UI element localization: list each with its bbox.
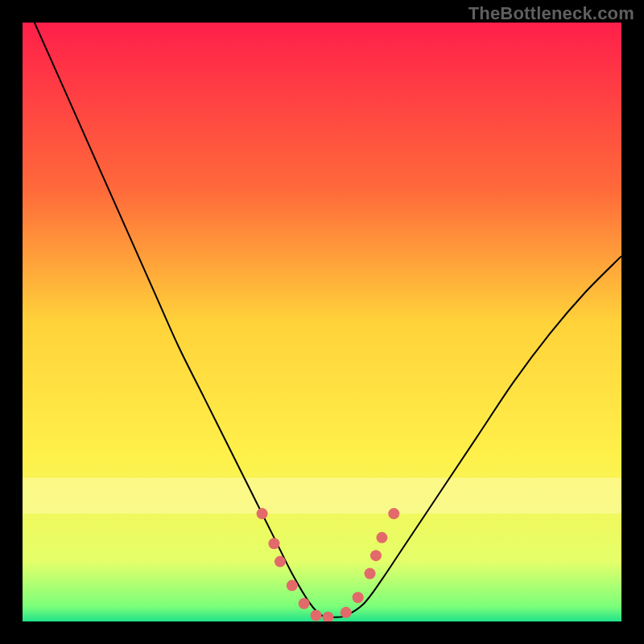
curve-marker	[311, 610, 322, 621]
curve-marker	[299, 598, 310, 609]
curve-marker	[341, 607, 352, 618]
curve-marker	[370, 550, 382, 561]
bottleneck-chart	[23, 23, 621, 621]
curve-marker	[388, 508, 399, 519]
curve-marker	[365, 568, 376, 579]
curve-marker	[287, 580, 298, 591]
curve-marker	[268, 538, 279, 549]
chart-frame	[23, 23, 621, 621]
highlight-band	[23, 477, 621, 514]
curve-marker	[353, 592, 364, 603]
curve-marker	[376, 532, 387, 543]
curve-marker	[275, 556, 286, 568]
curve-marker	[257, 508, 268, 519]
watermark-text: TheBottleneck.com	[469, 3, 634, 24]
gradient-background	[23, 23, 621, 621]
